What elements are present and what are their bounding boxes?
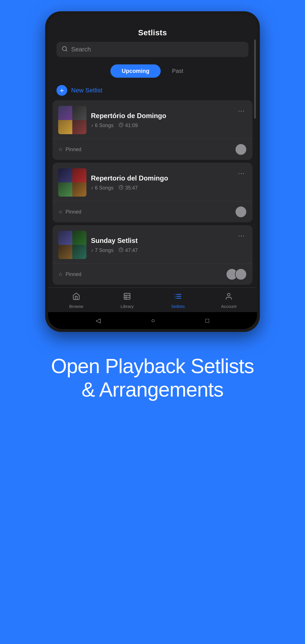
promo-line-2: & Arrangements bbox=[82, 378, 223, 401]
home-button[interactable]: ○ bbox=[151, 317, 155, 324]
phone-screen: Setlists Search Upcoming Past + New Setl… bbox=[48, 14, 257, 329]
card-bottom-2: ☆ Pinned bbox=[53, 201, 252, 222]
svg-rect-5 bbox=[124, 293, 130, 299]
setlists-container: Repertório de Domingo ♪ 6 Songs 41:09 bbox=[48, 100, 257, 288]
card-top-2: Repertorio del Domingo ♪ 6 Songs 35:47 bbox=[53, 163, 252, 201]
album-thumb-1-2 bbox=[72, 106, 86, 120]
nav-setlists[interactable]: Setlists bbox=[167, 292, 189, 309]
setlists-label: Setlists bbox=[171, 304, 185, 309]
account-icon bbox=[225, 292, 233, 302]
duration-meta-2: 35:47 bbox=[119, 185, 138, 191]
nav-browse[interactable]: Browse bbox=[65, 292, 88, 309]
album-thumb-1-3 bbox=[58, 120, 72, 134]
music-icon-1: ♪ bbox=[91, 123, 93, 128]
card-info-2: Repertorio del Domingo ♪ 6 Songs 35:47 bbox=[91, 174, 231, 191]
nav-account[interactable]: Account bbox=[217, 292, 240, 309]
search-placeholder-text: Search bbox=[71, 46, 91, 53]
library-label: Library bbox=[121, 304, 134, 309]
browse-icon bbox=[72, 292, 80, 302]
new-setlist-row[interactable]: + New Setlist bbox=[48, 82, 257, 100]
avatar-group-3 bbox=[226, 268, 247, 280]
album-grid-2 bbox=[58, 168, 86, 197]
duration-meta-3: 47:47 bbox=[119, 247, 138, 253]
search-icon bbox=[62, 46, 68, 53]
phone-frame: Setlists Search Upcoming Past + New Setl… bbox=[45, 11, 260, 332]
duration-3: 47:47 bbox=[125, 247, 138, 253]
album-thumb-1-4 bbox=[72, 120, 86, 134]
card-info-1: Repertório de Domingo ♪ 6 Songs 41:09 bbox=[91, 112, 231, 129]
setlist-card-1[interactable]: Repertório de Domingo ♪ 6 Songs 41:09 bbox=[53, 100, 252, 160]
back-button[interactable]: ◁ bbox=[96, 317, 101, 324]
clock-icon-1 bbox=[119, 123, 123, 129]
songs-meta-2: ♪ 6 Songs bbox=[91, 185, 114, 191]
card-bottom-1: ☆ Pinned bbox=[53, 139, 252, 160]
promo-section: Open Playback Setlists & Arrangements bbox=[34, 332, 271, 418]
pin-icon-3: ☆ bbox=[58, 271, 63, 277]
more-button-1[interactable]: ⋯ bbox=[236, 106, 247, 116]
setlist-card-3[interactable]: Sunday Setlist ♪ 7 Songs 47:47 bbox=[53, 225, 252, 285]
pinned-row-2: ☆ Pinned bbox=[58, 209, 81, 215]
card-meta-2: ♪ 6 Songs 35:47 bbox=[91, 185, 231, 191]
svg-point-15 bbox=[227, 293, 230, 296]
card-title-1: Repertório de Domingo bbox=[91, 112, 231, 120]
account-label: Account bbox=[221, 304, 236, 309]
album-thumb-1-1 bbox=[58, 106, 72, 120]
card-info-3: Sunday Setlist ♪ 7 Songs 47:47 bbox=[91, 237, 231, 253]
clock-icon-3 bbox=[119, 247, 123, 253]
more-button-3[interactable]: ⋯ bbox=[236, 231, 247, 241]
more-button-2[interactable]: ⋯ bbox=[236, 168, 247, 179]
card-meta-3: ♪ 7 Songs 47:47 bbox=[91, 247, 231, 253]
card-top-3: Sunday Setlist ♪ 7 Songs 47:47 bbox=[53, 225, 252, 264]
card-title-3: Sunday Setlist bbox=[91, 237, 231, 245]
promo-text: Open Playback Setlists & Arrangements bbox=[51, 354, 254, 401]
card-bottom-3: ☆ Pinned bbox=[53, 264, 252, 285]
music-icon-3: ♪ bbox=[91, 248, 93, 253]
avatar-3-2 bbox=[235, 268, 247, 280]
album-thumb-2-2 bbox=[72, 168, 86, 182]
album-thumb-3-1 bbox=[58, 231, 72, 245]
songs-count-2: 6 Songs bbox=[95, 185, 114, 191]
album-thumb-3-2 bbox=[72, 231, 86, 245]
duration-meta-1: 41:09 bbox=[119, 123, 138, 129]
songs-meta-3: ♪ 7 Songs bbox=[91, 247, 114, 253]
nav-library[interactable]: Library bbox=[116, 292, 138, 309]
duration-1: 41:09 bbox=[125, 123, 138, 129]
pinned-label-2: Pinned bbox=[66, 209, 81, 215]
pinned-row-3: ☆ Pinned bbox=[58, 271, 81, 277]
songs-meta-1: ♪ 6 Songs bbox=[91, 123, 114, 129]
plus-icon: + bbox=[56, 85, 67, 96]
svg-line-1 bbox=[66, 50, 67, 51]
music-icon-2: ♪ bbox=[91, 185, 93, 190]
clock-icon-2 bbox=[119, 185, 123, 191]
pinned-label-3: Pinned bbox=[66, 271, 81, 277]
recents-button[interactable]: □ bbox=[205, 317, 209, 324]
pin-icon-2: ☆ bbox=[58, 209, 63, 215]
pinned-label-1: Pinned bbox=[66, 147, 81, 153]
promo-line-1: Open Playback Setlists bbox=[51, 355, 254, 377]
album-grid-3 bbox=[58, 231, 86, 259]
avatar-2 bbox=[235, 206, 247, 218]
status-bar bbox=[48, 14, 257, 25]
tab-upcoming[interactable]: Upcoming bbox=[110, 64, 161, 78]
avatar-1 bbox=[235, 143, 247, 155]
setlist-card-2[interactable]: Repertorio del Domingo ♪ 6 Songs 35:47 bbox=[53, 163, 252, 222]
tab-toggle: Upcoming Past bbox=[48, 62, 257, 82]
tab-past[interactable]: Past bbox=[161, 64, 195, 78]
duration-2: 35:47 bbox=[125, 185, 138, 191]
card-top-1: Repertório de Domingo ♪ 6 Songs 41:09 bbox=[53, 100, 252, 139]
album-grid-1 bbox=[58, 106, 86, 134]
pin-icon-1: ☆ bbox=[58, 146, 63, 153]
album-thumb-2-4 bbox=[72, 182, 86, 197]
scrollbar bbox=[254, 40, 256, 119]
album-thumb-2-1 bbox=[58, 168, 72, 182]
card-meta-1: ♪ 6 Songs 41:09 bbox=[91, 123, 231, 129]
pinned-row-1: ☆ Pinned bbox=[58, 146, 81, 153]
new-setlist-label: New Setlist bbox=[71, 87, 102, 94]
album-thumb-3-4 bbox=[72, 245, 86, 259]
album-thumb-2-3 bbox=[58, 182, 72, 197]
search-input-area[interactable]: Search bbox=[56, 42, 249, 57]
setlists-icon bbox=[174, 292, 182, 302]
songs-count-3: 7 Songs bbox=[95, 247, 114, 253]
bottom-nav: Browse Library Setlists Account bbox=[48, 288, 257, 312]
system-nav-bar: ◁ ○ □ bbox=[48, 312, 257, 329]
